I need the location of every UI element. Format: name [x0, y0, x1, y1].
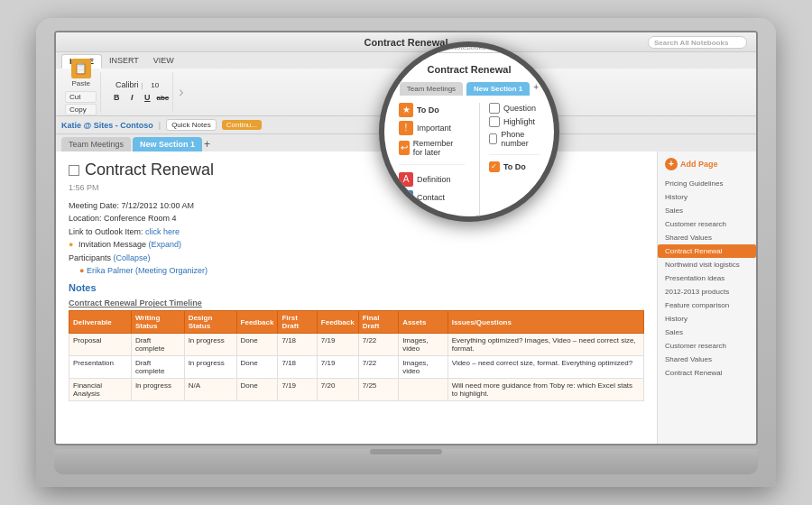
- section-tab-team-meetings[interactable]: Team Meetings: [61, 137, 131, 152]
- sidebar-item-contract1[interactable]: Contract Renewal: [658, 244, 756, 258]
- col-design: Design Status: [184, 311, 236, 334]
- ribbon-arrow[interactable]: ›: [179, 84, 183, 100]
- strikethrough-button[interactable]: abc: [156, 91, 169, 104]
- sidebar-item-pricing[interactable]: Pricing Guidelines: [658, 177, 756, 190]
- mag-right-question: Question: [489, 103, 540, 114]
- note-title-row: Contract Renewal: [69, 161, 644, 179]
- font-name: Calibri: [115, 80, 139, 89]
- sidebar-item-history2[interactable]: History: [658, 312, 756, 326]
- expand-link[interactable]: (Expand): [149, 240, 182, 249]
- tab-view[interactable]: VIEW: [146, 54, 181, 69]
- section-tab-new-section[interactable]: New Section 1: [133, 137, 202, 152]
- format-btns-row: B I U abc: [110, 91, 169, 104]
- cell-design-2: N/A: [184, 379, 236, 401]
- mag-right-todo: ✓ To Do: [489, 161, 540, 172]
- outlook-link[interactable]: click here: [145, 227, 180, 236]
- mag-menu: ★ To Do ! Important ↩ Remember for later: [399, 103, 540, 223]
- mag-todo-right-label: To Do: [503, 162, 526, 171]
- cell-feedback2-1: 7/19: [317, 356, 358, 379]
- cell-deliverable-0: Proposal: [69, 334, 132, 356]
- add-section-button[interactable]: +: [204, 138, 210, 151]
- right-sidebar: + Add Page Pricing Guidelines History Sa…: [657, 152, 756, 444]
- mag-question-label: Question: [503, 104, 536, 113]
- note-meta: Meeting Date: 7/12/2012 10:00 AM Locatio…: [69, 199, 644, 277]
- tab-insert[interactable]: INSERT: [102, 54, 146, 69]
- cell-writing-1: Draft complete: [131, 356, 184, 379]
- continue-button[interactable]: Continu...: [222, 120, 262, 130]
- col-deliverable: Deliverable: [69, 311, 132, 334]
- sidebar-item-northwind[interactable]: Northwind visit logistics: [658, 258, 756, 271]
- sidebar-item-shared2[interactable]: Shared Values: [658, 353, 756, 366]
- organizer-link[interactable]: Erika Palmer (Meeting Organizer): [87, 266, 208, 275]
- italic-button[interactable]: I: [125, 91, 138, 104]
- cell-feedback1-1: Done: [236, 356, 278, 379]
- invitation-row: ● Invitation Message (Expand): [69, 238, 644, 251]
- title-bar: Contract Renewal Search All Notebooks: [56, 32, 756, 52]
- sidebar-item-sales2[interactable]: Sales: [658, 326, 756, 339]
- cell-first-draft-1: 7/18: [278, 356, 317, 379]
- sidebar-item-shared1[interactable]: Shared Values: [658, 231, 756, 244]
- add-page-button[interactable]: + Add Page: [658, 155, 756, 173]
- account-name: Katie @ Sites - Contoso: [61, 121, 153, 130]
- search-placeholder: Search All Notebooks: [654, 39, 728, 47]
- col-final-draft: Final Draft: [358, 311, 398, 334]
- link-row: Link to Outlook Item: click here: [69, 225, 644, 238]
- clipboard-group: 📋 Paste Cut Copy Format: [61, 72, 101, 112]
- sidebar-item-sales1[interactable]: Sales: [658, 204, 756, 217]
- notes-heading: Notes: [69, 282, 644, 293]
- cut-button[interactable]: Cut: [65, 91, 97, 103]
- cell-design-1: In progress: [184, 356, 236, 379]
- copy-button[interactable]: Copy: [65, 104, 97, 115]
- sidebar-item-history1[interactable]: History: [658, 190, 756, 204]
- sidebar-item-presentation[interactable]: Presentation ideas: [658, 271, 756, 285]
- mag-contact-label: Contact: [417, 193, 445, 202]
- collapse-link[interactable]: (Collapse): [114, 253, 151, 262]
- sidebar-item-feature[interactable]: Feature comparison: [658, 298, 756, 312]
- bold-button[interactable]: B: [110, 91, 123, 104]
- col-assets: Assets: [399, 311, 448, 334]
- cell-issues-1: Video – need correct size, format. Every…: [448, 356, 643, 379]
- mag-todo-label: To Do: [417, 106, 439, 115]
- mag-tab-new-section[interactable]: New Section 1: [466, 82, 530, 96]
- mag-todo-icon: ★: [399, 103, 413, 117]
- mag-item-important: ! Important: [399, 121, 465, 135]
- cell-feedback1-0: Done: [236, 334, 278, 356]
- app-title: Contract Renewal: [364, 37, 448, 48]
- add-page-icon: +: [665, 158, 678, 170]
- font-group: Calibri | 10 B I U abc: [106, 72, 173, 112]
- mag-divider1: [399, 164, 465, 165]
- cell-issues-0: Everything optimized? Images, Video – ne…: [448, 334, 643, 356]
- table-header-row: Deliverable Writing Status Design Status…: [69, 311, 644, 334]
- mag-add-section[interactable]: +: [533, 82, 539, 96]
- quick-notes-button[interactable]: Quick Notes: [166, 119, 217, 131]
- mag-item-remember: ↩ Remember for later: [399, 139, 465, 157]
- cell-writing-2: In progress: [131, 379, 184, 401]
- mag-right-phone: Phone number: [489, 130, 540, 148]
- search-box[interactable]: Search All Notebooks: [648, 36, 747, 49]
- col-feedback1: Feedback: [236, 311, 278, 334]
- sidebar-item-contract2[interactable]: Contract Renewal: [658, 366, 756, 380]
- sidebar-item-products[interactable]: 2012-2013 products: [658, 285, 756, 298]
- font-size-separator: |: [142, 81, 143, 89]
- underline-button[interactable]: U: [141, 91, 153, 104]
- paste-icon: 📋: [71, 59, 91, 78]
- mag-remember-icon: ↩: [399, 141, 410, 155]
- timeline-heading: Contract Renewal Project Timeline: [69, 298, 644, 308]
- note-time: 1:56 PM: [69, 183, 644, 192]
- font-size: 10: [146, 81, 164, 89]
- mag-tab-team[interactable]: Team Meetings: [400, 82, 463, 96]
- magnifier: 🔍 Search All Notebooks 👤 Contract Renewa…: [379, 41, 559, 222]
- cell-feedback1-2: Done: [236, 379, 278, 401]
- sidebar-item-customer2[interactable]: Customer research: [658, 339, 756, 353]
- cell-feedback2-0: 7/19: [317, 334, 358, 356]
- mag-check-phone: [489, 133, 497, 144]
- magnifier-content: 🔍 Search All Notebooks 👤 Contract Renewa…: [384, 47, 554, 216]
- paste-button[interactable]: 📋 Paste: [68, 57, 95, 89]
- magnifier-title: Contract Renewal: [428, 64, 512, 75]
- note-checkbox[interactable]: [69, 165, 79, 176]
- laptop-notch: [370, 449, 442, 454]
- mag-definition-label: Definition: [417, 175, 451, 184]
- cell-final-draft-2: 7/25: [358, 379, 398, 401]
- sidebar-item-customer1[interactable]: Customer research: [658, 217, 756, 231]
- cell-issues-2: Will need more guidance from Toby re: wh…: [448, 379, 643, 401]
